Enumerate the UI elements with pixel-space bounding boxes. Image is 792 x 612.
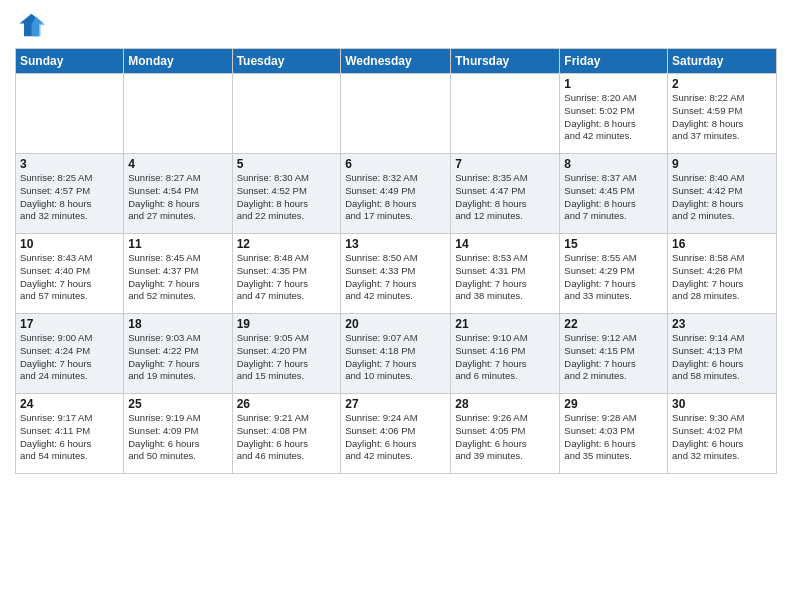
calendar-day-cell: 16Sunrise: 8:58 AM Sunset: 4:26 PM Dayli…	[668, 234, 777, 314]
calendar-week-row: 10Sunrise: 8:43 AM Sunset: 4:40 PM Dayli…	[16, 234, 777, 314]
calendar-day-cell: 4Sunrise: 8:27 AM Sunset: 4:54 PM Daylig…	[124, 154, 232, 234]
day-info: Sunrise: 9:28 AM Sunset: 4:03 PM Dayligh…	[564, 412, 663, 463]
calendar-day-cell: 26Sunrise: 9:21 AM Sunset: 4:08 PM Dayli…	[232, 394, 341, 474]
day-number: 29	[564, 397, 663, 411]
day-number: 5	[237, 157, 337, 171]
day-number: 9	[672, 157, 772, 171]
calendar-day-cell: 14Sunrise: 8:53 AM Sunset: 4:31 PM Dayli…	[451, 234, 560, 314]
day-number: 25	[128, 397, 227, 411]
day-info: Sunrise: 9:14 AM Sunset: 4:13 PM Dayligh…	[672, 332, 772, 383]
calendar-day-cell: 23Sunrise: 9:14 AM Sunset: 4:13 PM Dayli…	[668, 314, 777, 394]
day-number: 21	[455, 317, 555, 331]
col-header-thursday: Thursday	[451, 49, 560, 74]
day-info: Sunrise: 8:45 AM Sunset: 4:37 PM Dayligh…	[128, 252, 227, 303]
day-info: Sunrise: 9:24 AM Sunset: 4:06 PM Dayligh…	[345, 412, 446, 463]
day-info: Sunrise: 8:27 AM Sunset: 4:54 PM Dayligh…	[128, 172, 227, 223]
day-info: Sunrise: 9:19 AM Sunset: 4:09 PM Dayligh…	[128, 412, 227, 463]
day-number: 22	[564, 317, 663, 331]
col-header-tuesday: Tuesday	[232, 49, 341, 74]
day-number: 24	[20, 397, 119, 411]
day-info: Sunrise: 8:35 AM Sunset: 4:47 PM Dayligh…	[455, 172, 555, 223]
calendar-day-cell: 15Sunrise: 8:55 AM Sunset: 4:29 PM Dayli…	[560, 234, 668, 314]
day-number: 13	[345, 237, 446, 251]
logo	[15, 10, 49, 40]
calendar-day-cell: 6Sunrise: 8:32 AM Sunset: 4:49 PM Daylig…	[341, 154, 451, 234]
day-number: 14	[455, 237, 555, 251]
day-info: Sunrise: 8:48 AM Sunset: 4:35 PM Dayligh…	[237, 252, 337, 303]
calendar-week-row: 1Sunrise: 8:20 AM Sunset: 5:02 PM Daylig…	[16, 74, 777, 154]
day-number: 7	[455, 157, 555, 171]
calendar-day-cell: 25Sunrise: 9:19 AM Sunset: 4:09 PM Dayli…	[124, 394, 232, 474]
day-number: 12	[237, 237, 337, 251]
calendar-day-cell: 1Sunrise: 8:20 AM Sunset: 5:02 PM Daylig…	[560, 74, 668, 154]
day-number: 27	[345, 397, 446, 411]
calendar-day-cell	[16, 74, 124, 154]
day-number: 15	[564, 237, 663, 251]
calendar-week-row: 17Sunrise: 9:00 AM Sunset: 4:24 PM Dayli…	[16, 314, 777, 394]
calendar-day-cell: 22Sunrise: 9:12 AM Sunset: 4:15 PM Dayli…	[560, 314, 668, 394]
day-info: Sunrise: 8:25 AM Sunset: 4:57 PM Dayligh…	[20, 172, 119, 223]
col-header-monday: Monday	[124, 49, 232, 74]
col-header-saturday: Saturday	[668, 49, 777, 74]
day-number: 18	[128, 317, 227, 331]
logo-icon	[15, 10, 45, 40]
day-info: Sunrise: 8:37 AM Sunset: 4:45 PM Dayligh…	[564, 172, 663, 223]
col-header-sunday: Sunday	[16, 49, 124, 74]
calendar-day-cell: 12Sunrise: 8:48 AM Sunset: 4:35 PM Dayli…	[232, 234, 341, 314]
calendar-day-cell: 21Sunrise: 9:10 AM Sunset: 4:16 PM Dayli…	[451, 314, 560, 394]
calendar: SundayMondayTuesdayWednesdayThursdayFrid…	[15, 48, 777, 474]
day-info: Sunrise: 9:26 AM Sunset: 4:05 PM Dayligh…	[455, 412, 555, 463]
calendar-day-cell: 11Sunrise: 8:45 AM Sunset: 4:37 PM Dayli…	[124, 234, 232, 314]
calendar-header-row: SundayMondayTuesdayWednesdayThursdayFrid…	[16, 49, 777, 74]
day-number: 26	[237, 397, 337, 411]
calendar-day-cell: 19Sunrise: 9:05 AM Sunset: 4:20 PM Dayli…	[232, 314, 341, 394]
day-number: 11	[128, 237, 227, 251]
day-info: Sunrise: 9:12 AM Sunset: 4:15 PM Dayligh…	[564, 332, 663, 383]
day-number: 10	[20, 237, 119, 251]
calendar-day-cell: 30Sunrise: 9:30 AM Sunset: 4:02 PM Dayli…	[668, 394, 777, 474]
day-number: 19	[237, 317, 337, 331]
header	[15, 10, 777, 40]
calendar-week-row: 24Sunrise: 9:17 AM Sunset: 4:11 PM Dayli…	[16, 394, 777, 474]
day-number: 16	[672, 237, 772, 251]
day-info: Sunrise: 8:55 AM Sunset: 4:29 PM Dayligh…	[564, 252, 663, 303]
day-info: Sunrise: 8:20 AM Sunset: 5:02 PM Dayligh…	[564, 92, 663, 143]
calendar-day-cell: 7Sunrise: 8:35 AM Sunset: 4:47 PM Daylig…	[451, 154, 560, 234]
calendar-day-cell: 20Sunrise: 9:07 AM Sunset: 4:18 PM Dayli…	[341, 314, 451, 394]
day-info: Sunrise: 8:22 AM Sunset: 4:59 PM Dayligh…	[672, 92, 772, 143]
day-info: Sunrise: 8:40 AM Sunset: 4:42 PM Dayligh…	[672, 172, 772, 223]
calendar-day-cell: 5Sunrise: 8:30 AM Sunset: 4:52 PM Daylig…	[232, 154, 341, 234]
day-number: 30	[672, 397, 772, 411]
calendar-day-cell: 10Sunrise: 8:43 AM Sunset: 4:40 PM Dayli…	[16, 234, 124, 314]
day-info: Sunrise: 9:30 AM Sunset: 4:02 PM Dayligh…	[672, 412, 772, 463]
day-info: Sunrise: 9:21 AM Sunset: 4:08 PM Dayligh…	[237, 412, 337, 463]
calendar-day-cell: 24Sunrise: 9:17 AM Sunset: 4:11 PM Dayli…	[16, 394, 124, 474]
calendar-day-cell: 28Sunrise: 9:26 AM Sunset: 4:05 PM Dayli…	[451, 394, 560, 474]
day-info: Sunrise: 8:32 AM Sunset: 4:49 PM Dayligh…	[345, 172, 446, 223]
calendar-day-cell: 29Sunrise: 9:28 AM Sunset: 4:03 PM Dayli…	[560, 394, 668, 474]
calendar-day-cell: 3Sunrise: 8:25 AM Sunset: 4:57 PM Daylig…	[16, 154, 124, 234]
page: SundayMondayTuesdayWednesdayThursdayFrid…	[0, 0, 792, 612]
calendar-day-cell: 13Sunrise: 8:50 AM Sunset: 4:33 PM Dayli…	[341, 234, 451, 314]
day-info: Sunrise: 8:50 AM Sunset: 4:33 PM Dayligh…	[345, 252, 446, 303]
day-number: 8	[564, 157, 663, 171]
calendar-day-cell: 2Sunrise: 8:22 AM Sunset: 4:59 PM Daylig…	[668, 74, 777, 154]
day-number: 23	[672, 317, 772, 331]
day-info: Sunrise: 9:05 AM Sunset: 4:20 PM Dayligh…	[237, 332, 337, 383]
day-info: Sunrise: 9:10 AM Sunset: 4:16 PM Dayligh…	[455, 332, 555, 383]
calendar-day-cell: 9Sunrise: 8:40 AM Sunset: 4:42 PM Daylig…	[668, 154, 777, 234]
day-number: 1	[564, 77, 663, 91]
calendar-day-cell	[451, 74, 560, 154]
calendar-week-row: 3Sunrise: 8:25 AM Sunset: 4:57 PM Daylig…	[16, 154, 777, 234]
day-number: 6	[345, 157, 446, 171]
day-number: 2	[672, 77, 772, 91]
day-info: Sunrise: 9:17 AM Sunset: 4:11 PM Dayligh…	[20, 412, 119, 463]
calendar-day-cell	[232, 74, 341, 154]
day-info: Sunrise: 9:00 AM Sunset: 4:24 PM Dayligh…	[20, 332, 119, 383]
day-info: Sunrise: 8:53 AM Sunset: 4:31 PM Dayligh…	[455, 252, 555, 303]
day-info: Sunrise: 8:43 AM Sunset: 4:40 PM Dayligh…	[20, 252, 119, 303]
calendar-day-cell	[341, 74, 451, 154]
col-header-friday: Friday	[560, 49, 668, 74]
day-number: 4	[128, 157, 227, 171]
calendar-day-cell: 18Sunrise: 9:03 AM Sunset: 4:22 PM Dayli…	[124, 314, 232, 394]
